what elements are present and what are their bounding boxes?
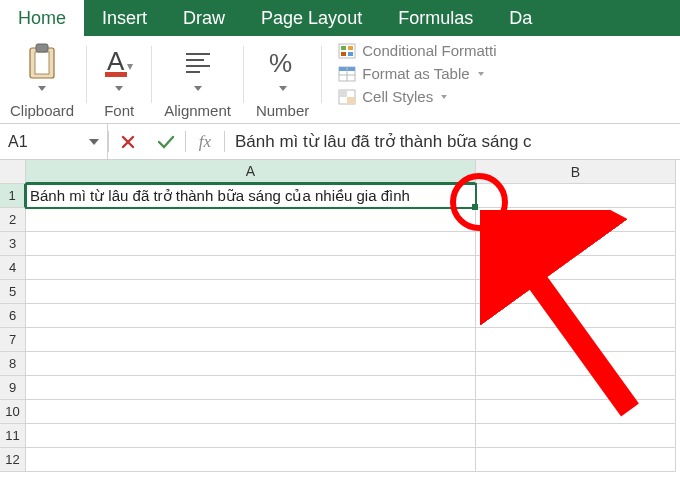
svg-text:▾: ▾ [127,59,133,73]
format-as-table-label: Format as Table [362,65,469,82]
group-label-number: Number [256,102,309,119]
tab-formulas[interactable]: Formulas [380,0,491,36]
chevron-down-icon [38,86,46,91]
cell[interactable] [476,352,676,376]
confirm-edit-button[interactable] [147,124,185,159]
svg-rect-3 [36,44,48,52]
cell[interactable] [476,328,676,352]
svg-rect-14 [348,46,353,50]
tab-home[interactable]: Home [0,0,84,36]
cell[interactable] [476,280,676,304]
chevron-down-icon [115,86,123,91]
formula-bar: A1 fx Bánh mì từ lâu đã trở thành bữa sá… [0,124,680,160]
formula-input[interactable]: Bánh mì từ lâu đã trở thành bữa sáng c [225,131,680,152]
format-as-table-button[interactable]: Format as Table [338,65,496,82]
cancel-edit-button[interactable] [109,124,147,159]
row-header[interactable]: 9 [0,376,26,400]
separator [86,46,87,103]
column-header-a[interactable]: A [26,160,476,184]
row-header[interactable]: 7 [0,328,26,352]
group-font: A ▾ Font [99,42,139,121]
row-header[interactable]: 6 [0,304,26,328]
conditional-formatting-label: Conditional Formatti [362,42,496,59]
separator [243,46,244,103]
group-label-clipboard: Clipboard [10,102,74,119]
cell[interactable] [476,208,676,232]
name-box[interactable]: A1 [0,124,108,159]
cell[interactable] [26,376,476,400]
row-header[interactable]: 10 [0,400,26,424]
fx-button[interactable]: fx [186,124,224,159]
row-header[interactable]: 1 [0,184,26,208]
cell[interactable] [26,208,476,232]
tab-data[interactable]: Da [491,0,550,36]
number-button[interactable]: % [263,42,303,91]
cell[interactable] [476,448,676,472]
cell[interactable] [26,400,476,424]
group-alignment: Alignment [164,42,231,121]
cell[interactable] [476,304,676,328]
font-button[interactable]: A ▾ [99,42,139,91]
cell[interactable] [26,352,476,376]
ribbon-tab-strip: Home Insert Draw Page Layout Formulas Da [0,0,680,36]
separator [151,46,152,103]
row-header[interactable]: 5 [0,280,26,304]
cell[interactable] [26,304,476,328]
svg-text:A: A [107,46,125,76]
cell[interactable] [26,232,476,256]
row-header[interactable]: 3 [0,232,26,256]
svg-rect-15 [341,52,346,56]
chevron-down-icon [89,139,99,145]
cell[interactable] [476,400,676,424]
group-clipboard: Clipboard [10,42,74,121]
cell[interactable] [26,256,476,280]
column-header-b[interactable]: B [476,160,676,184]
alignment-button[interactable] [178,42,218,91]
svg-rect-13 [341,46,346,50]
cell[interactable] [476,256,676,280]
group-number: % Number [256,42,309,121]
group-label-alignment: Alignment [164,102,231,119]
cell[interactable] [26,448,476,472]
svg-rect-2 [35,52,49,74]
cell[interactable] [26,328,476,352]
cell-value: Bánh mì từ lâu đã trở thành bữa sáng của… [30,187,410,205]
svg-rect-22 [339,90,347,97]
cell-styles-label: Cell Styles [362,88,433,105]
row-header[interactable]: 2 [0,208,26,232]
cell[interactable] [476,232,676,256]
cell-b1[interactable] [476,184,676,208]
row-header[interactable]: 11 [0,424,26,448]
tab-draw[interactable]: Draw [165,0,243,36]
cell-styles-button[interactable]: Cell Styles [338,88,496,105]
group-styles: Conditional Formatti Format as Table Cel… [334,42,496,121]
fill-handle[interactable] [472,204,478,210]
svg-text:%: % [269,48,292,78]
conditional-formatting-button[interactable]: Conditional Formatti [338,42,496,59]
svg-rect-5 [105,72,127,77]
tab-insert[interactable]: Insert [84,0,165,36]
spreadsheet-grid: A B 1 Bánh mì từ lâu đã trở thành bữa sá… [0,160,680,472]
select-all-corner[interactable] [0,160,26,184]
cell[interactable] [26,280,476,304]
cell[interactable] [476,424,676,448]
row-header[interactable]: 8 [0,352,26,376]
cell-a1[interactable]: Bánh mì từ lâu đã trở thành bữa sáng của… [26,184,476,208]
chevron-down-icon [478,72,484,76]
name-box-value: A1 [8,133,28,151]
chevron-down-icon [279,86,287,91]
cell[interactable] [26,424,476,448]
svg-rect-16 [348,52,353,56]
separator [321,46,322,103]
row-header[interactable]: 12 [0,448,26,472]
svg-rect-23 [347,97,355,104]
cell[interactable] [476,376,676,400]
fx-icon: fx [199,132,211,152]
chevron-down-icon [441,95,447,99]
ribbon-toolbar: Clipboard A ▾ Font [0,36,680,124]
group-label-font: Font [104,102,134,119]
chevron-down-icon [194,86,202,91]
row-header[interactable]: 4 [0,256,26,280]
tab-page-layout[interactable]: Page Layout [243,0,380,36]
paste-button[interactable] [25,42,59,91]
